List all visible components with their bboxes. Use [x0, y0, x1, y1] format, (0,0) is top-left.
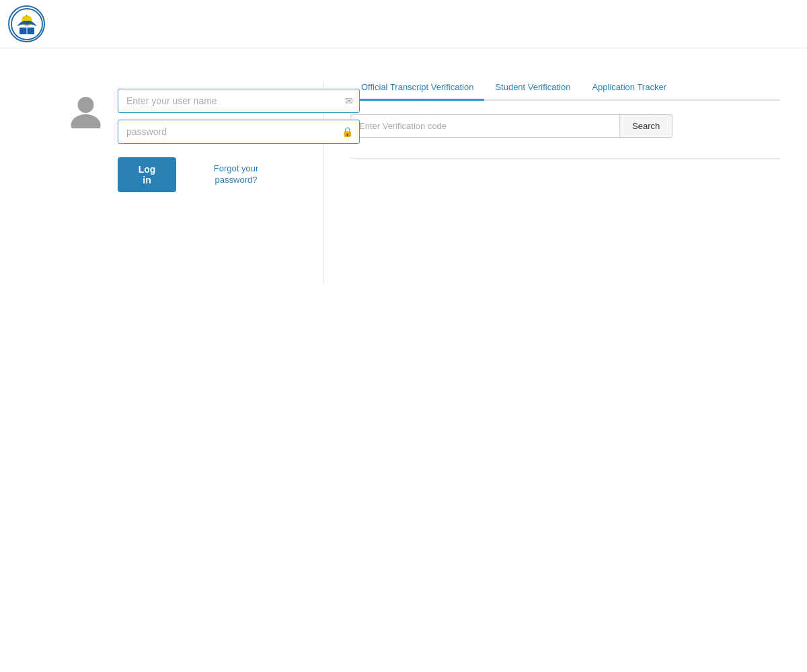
login-top: ✉ 🔒: [67, 89, 269, 144]
tabs-container: Official Transcript Verification Student…: [350, 75, 780, 101]
verification-divider: [350, 158, 780, 159]
lock-icon: 🔒: [342, 126, 353, 137]
tab-student-verification[interactable]: Student Verification: [484, 75, 581, 101]
login-fields: ✉ 🔒: [118, 89, 360, 144]
avatar-icon: [67, 91, 104, 128]
login-button[interactable]: Log in: [118, 157, 176, 192]
tab-official-transcript[interactable]: Official Transcript Verification: [350, 75, 484, 101]
verification-panel: Official Transcript Verification Student…: [337, 75, 794, 284]
login-panel: ✉ 🔒 Log in Forgot your password?: [13, 75, 309, 284]
verification-search: Search: [350, 114, 780, 138]
search-button[interactable]: Search: [619, 114, 672, 138]
tab-application-tracker[interactable]: Application Tracker: [581, 75, 677, 101]
login-actions: Log in Forgot your password?: [67, 157, 269, 192]
password-wrapper: 🔒: [118, 120, 360, 144]
username-input[interactable]: [118, 89, 360, 113]
main-content: ✉ 🔒 Log in Forgot your password? Officia…: [0, 48, 807, 310]
username-wrapper: ✉: [118, 89, 360, 113]
email-icon: ✉: [345, 95, 353, 106]
svg-point-4: [78, 97, 94, 113]
svg-point-5: [71, 114, 101, 128]
verification-code-input[interactable]: [350, 114, 619, 138]
header: [0, 0, 807, 48]
logo-icon: [10, 7, 44, 41]
forgot-password-link[interactable]: Forgot your password?: [203, 163, 269, 186]
password-input[interactable]: [118, 120, 360, 144]
logo: [8, 5, 45, 42]
